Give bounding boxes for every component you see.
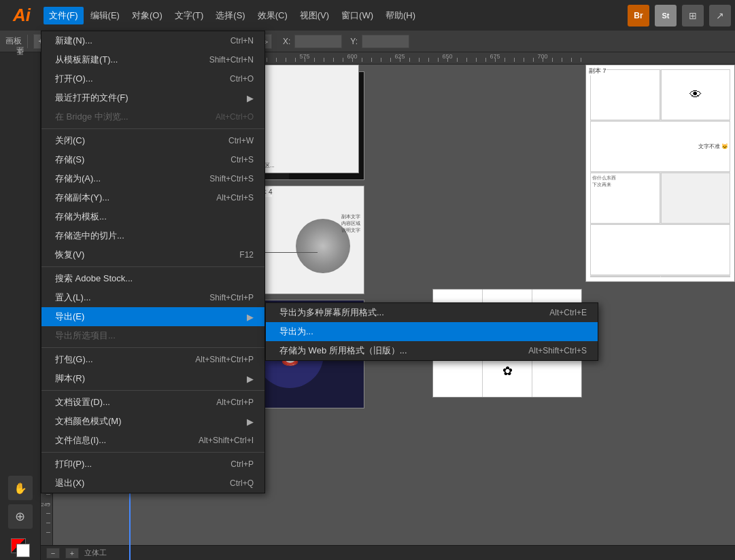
file-menu-dropdown: 新建(N)... Ctrl+N 从模板新建(T)... Shift+Ctrl+N… (41, 31, 265, 493)
stock-icon-btn[interactable]: St (655, 5, 677, 27)
menu-scripts[interactable]: 脚本(R) ▶ (41, 369, 264, 388)
menu-save-as[interactable]: 存储为(A)... Shift+Ctrl+S (41, 169, 264, 188)
left-panel: 立体工 ✋ ⊕ (0, 52, 41, 560)
menu-place[interactable]: 置入(L)... Shift+Ctrl+P (41, 288, 264, 307)
separator-5 (41, 452, 264, 453)
menu-file[interactable]: 文件(F) (44, 7, 84, 24)
artboard-extra-3-content: 👁 文字不准 🐱 你什么东西下次再来 (586, 65, 734, 281)
grid-view-btn[interactable]: ⊞ (682, 5, 704, 27)
menu-print[interactable]: 打印(P)... Ctrl+P (41, 455, 264, 474)
app-logo: Ai (4, 5, 39, 26)
artboard-extra-3-label: 副本 7 (589, 67, 606, 75)
menu-export-selected[interactable]: 导出所选项目... (41, 326, 264, 345)
menu-new[interactable]: 新建(N)... Ctrl+N (41, 31, 264, 50)
menu-new-from-template[interactable]: 从模板新建(T)... Shift+Ctrl+N (41, 50, 264, 69)
menu-export[interactable]: 导出(E) ▶ (41, 307, 264, 326)
bottom-tools: ✋ ⊕ (0, 474, 40, 560)
x-label: X: (283, 37, 290, 46)
y-input[interactable] (362, 35, 409, 48)
top-right-icons: Br St ⊞ ↗ (628, 5, 731, 27)
color-swatch[interactable] (11, 538, 30, 557)
export-submenu: 导出为多种屏幕所用格式... Alt+Ctrl+E 导出为... 存储为 Web… (265, 302, 598, 361)
save-for-web[interactable]: 存储为 Web 所用格式（旧版）... Alt+Shift+Ctrl+S (266, 341, 598, 360)
separator-3 (41, 347, 264, 348)
zoom-minus-btn[interactable]: − (46, 548, 60, 559)
menu-doc-settings[interactable]: 文档设置(D)... Alt+Ctrl+P (41, 393, 264, 412)
menu-recent[interactable]: 最近打开的文件(F) ▶ (41, 88, 264, 107)
menu-close[interactable]: 关闭(C) Ctrl+W (41, 131, 264, 150)
menu-search-stock[interactable]: 搜索 Adobe Stock... (41, 269, 264, 288)
menu-doc-color-mode[interactable]: 文档颜色模式(M) ▶ (41, 412, 264, 431)
zoom-tool[interactable]: ⊕ (8, 504, 33, 529)
menu-file-info[interactable]: 文件信息(I)... Alt+Shift+Ctrl+I (41, 431, 264, 450)
menu-object[interactable]: 对象(O) (126, 7, 168, 24)
toolbar-sep-1 (27, 35, 28, 48)
menu-help[interactable]: 帮助(H) (380, 7, 421, 24)
menu-save[interactable]: 存储(S) Ctrl+S (41, 150, 264, 169)
export-screens[interactable]: 导出为多种屏幕所用格式... Alt+Ctrl+E (266, 303, 598, 322)
separator-2 (41, 266, 264, 267)
artboard-extra-3[interactable]: 副本 7 👁 文字不准 🐱 你什么东西下次再来 (585, 65, 735, 282)
menu-view[interactable]: 视图(V) (294, 7, 335, 24)
menu-browse-bridge[interactable]: 在 Bridge 中浏览... Alt+Ctrl+O (41, 107, 264, 126)
export-as[interactable]: 导出为... (266, 322, 598, 341)
hand-tool[interactable]: ✋ (8, 476, 33, 500)
menu-open[interactable]: 打开(O)... Ctrl+O (41, 69, 264, 88)
artboard-label: 画板 (5, 35, 22, 47)
y-label: Y: (350, 37, 358, 46)
status-text: 立体工 (84, 548, 107, 558)
menu-window[interactable]: 窗口(W) (336, 7, 379, 24)
menu-select[interactable]: 选择(S) (210, 7, 250, 24)
separator-1 (41, 128, 264, 129)
menu-edit[interactable]: 编辑(E) (85, 7, 125, 24)
menubar: Ai 文件(F) 编辑(E) 对象(O) 文字(T) 选择(S) 效果(C) 视… (0, 0, 735, 31)
share-btn[interactable]: ↗ (709, 5, 731, 27)
statusbar: − + 立体工 (41, 545, 735, 560)
menu-type[interactable]: 文字(T) (169, 7, 209, 24)
menu-revert[interactable]: 恢复(V) F12 (41, 245, 264, 264)
background-color[interactable] (16, 544, 30, 557)
zoom-plus-btn[interactable]: + (65, 548, 79, 559)
menu-save-as-template[interactable]: 存储为模板... (41, 207, 264, 226)
menu-effect[interactable]: 效果(C) (252, 7, 293, 24)
menu-save-selected-slices[interactable]: 存储选中的切片... (41, 226, 264, 245)
menu-quit[interactable]: 退出(X) Ctrl+Q (41, 474, 264, 493)
bridge-icon-btn[interactable]: Br (628, 5, 649, 27)
x-input[interactable] (294, 35, 342, 48)
menu-package[interactable]: 打包(G)... Alt+Shift+Ctrl+P (41, 350, 264, 369)
separator-4 (41, 390, 264, 391)
menu-save-copy[interactable]: 存储副本(Y)... Alt+Ctrl+S (41, 188, 264, 207)
